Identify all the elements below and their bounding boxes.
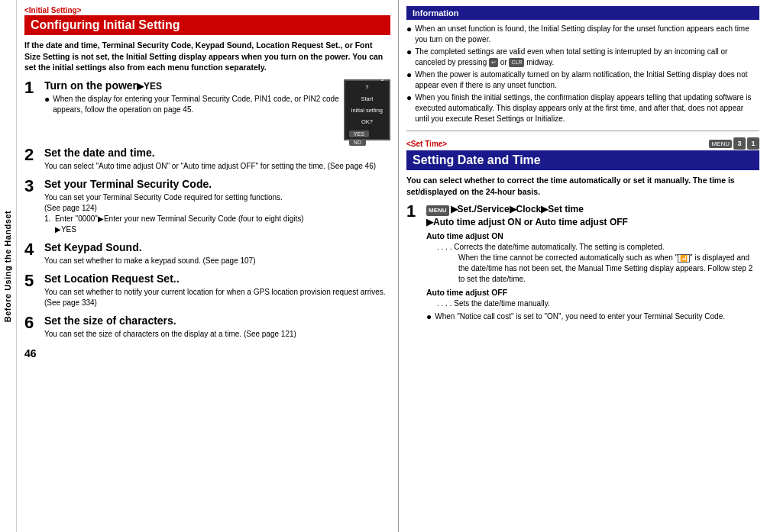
step-1-body: ● When the display for entering your Ter… <box>44 94 339 115</box>
info-bullet-4: ● When you finish the initial settings, … <box>406 92 759 124</box>
right-step-1-content: MENU▶Set./Service▶Clock▶Set time ▶Auto t… <box>426 203 759 324</box>
auto-off-bullet-item: ● When "Notice call cost" is set to "ON"… <box>426 311 759 324</box>
auto-off-bullet: ● When "Notice call cost" is set to "ON"… <box>426 311 759 324</box>
main-content: <Initial Setting> Configuring Initial Se… <box>17 0 767 532</box>
phone-screen-q: ? <box>365 84 368 91</box>
badge-num-3: 3 <box>733 137 746 150</box>
sidebar-label: Before Using the Handset <box>4 210 13 321</box>
right-step-1-number: 1 <box>406 203 423 220</box>
step-6: 6 Set the size of characters. You can se… <box>24 314 390 340</box>
set-time-tag: <Set Time> <box>406 140 447 148</box>
step-1: 1 Turn on the power▶YES ● When the displ… <box>24 79 390 140</box>
step-3: 3 Set your Terminal Security Code. You c… <box>24 178 390 235</box>
step-1-bullet-1: ● When the display for entering your Ter… <box>44 94 339 115</box>
phone-no-btn: NO <box>349 139 367 146</box>
step-6-number: 6 <box>24 314 41 331</box>
menu-badge: MENU 3 1 <box>709 137 759 150</box>
back-icon: ↩ <box>489 58 498 67</box>
step-6-content: Set the size of characters. You can set … <box>44 314 390 340</box>
step-5-number: 5 <box>24 272 41 289</box>
page-number: 46 <box>24 347 37 360</box>
left-section-tag: <Initial Setting> <box>24 6 390 15</box>
step-3-number: 3 <box>24 178 41 195</box>
info-bullet-2: ● The completed settings are valid even … <box>406 47 759 68</box>
phone-screen-ok: OK? <box>361 118 373 125</box>
phone-yes-btn: YES <box>349 131 369 137</box>
phone-buttons: YES NO <box>348 130 386 147</box>
auto-on-heading: Auto time adjust ON <box>426 231 759 240</box>
step-1-text-area: Turn on the power▶YES ● When the display… <box>44 79 339 140</box>
step-3-body: You can set your Terminal Security Code … <box>44 192 390 235</box>
right-column: Information ● When an unset function is … <box>399 0 767 532</box>
step-5-title: Set Location Request Set.. <box>44 272 390 285</box>
left-column: <Initial Setting> Configuring Initial Se… <box>17 0 399 532</box>
clr-icon: CLR <box>509 58 524 67</box>
step-1-arrow: ▶YES <box>137 81 162 92</box>
set-time-tag-row: <Set Time> MENU 3 1 <box>406 137 759 150</box>
phone-screen-title: Initial setting <box>350 74 384 81</box>
step-4-body: You can set whether to make a keypad sou… <box>44 256 390 266</box>
right-step-1-title: MENU▶Set./Service▶Clock▶Set time ▶Auto t… <box>426 203 759 229</box>
phone-screen-start: Start <box>361 95 373 102</box>
badge-num-1: 1 <box>747 137 759 150</box>
menu-icon-inline: MENU <box>426 205 449 215</box>
step-4-number: 4 <box>24 241 41 258</box>
step-1-phone-image: Initial setting ? Start initial setting … <box>344 79 390 140</box>
step-6-title: Set the size of characters. <box>44 314 390 327</box>
menu-badge-label: MENU <box>709 140 732 148</box>
step-5-body: You can set whether to notify your curre… <box>44 287 390 308</box>
step-2-title: Set the date and time. <box>44 147 390 159</box>
sidebar-panel: Before Using the Handset <box>0 0 17 532</box>
set-time-intro: You can select whether to correct the ti… <box>406 175 759 197</box>
step-2-content: Set the date and time. You can select "A… <box>44 147 390 172</box>
step-5: 5 Set Location Request Set.. You can set… <box>24 272 390 308</box>
step-3-title: Set your Terminal Security Code. <box>44 178 390 190</box>
step-3-content: Set your Terminal Security Code. You can… <box>44 178 390 235</box>
step-2-number: 2 <box>24 147 41 163</box>
step-2: 2 Set the date and time. You can select … <box>24 147 390 172</box>
info-bullet-1: ● When an unset function is found, the I… <box>406 24 759 45</box>
step-2-body: You can select "Auto time adjust ON" or … <box>44 161 390 172</box>
step-1-content: Turn on the power▶YES ● When the display… <box>44 79 390 140</box>
info-bullet-3: ● When the power is automatically turned… <box>406 69 759 91</box>
section-divider <box>406 131 759 131</box>
step-6-body: You can set the size of characters on th… <box>44 329 390 340</box>
phone-screen-init: initial setting <box>351 107 383 114</box>
left-section-heading: Configuring Initial Setting <box>24 15 390 35</box>
right-step-1: 1 MENU▶Set./Service▶Clock▶Set time ▶Auto… <box>406 203 759 324</box>
auto-on-body: . . . . Corrects the date/time automatic… <box>426 242 759 285</box>
step-4-content: Set Keypad Sound. You can set whether to… <box>44 241 390 266</box>
step-1-number: 1 <box>24 79 41 96</box>
info-box-header: Information <box>406 6 759 20</box>
step-1-with-image: Turn on the power▶YES ● When the display… <box>44 79 390 140</box>
step-4: 4 Set Keypad Sound. You can set whether … <box>24 241 390 266</box>
auto-off-body: . . . . Sets the date/time manually. <box>426 298 759 309</box>
left-intro-text: If the date and time, Terminal Security … <box>24 40 390 73</box>
step-1-title: Turn on the power▶YES <box>44 79 339 92</box>
info-content: ● When an unset function is found, the I… <box>406 24 759 124</box>
set-time-heading: Setting Date and Time <box>406 150 759 170</box>
step-5-content: Set Location Request Set.. You can set w… <box>44 272 390 308</box>
step-4-title: Set Keypad Sound. <box>44 241 390 253</box>
auto-off-heading: Auto time adjust OFF <box>426 288 759 297</box>
